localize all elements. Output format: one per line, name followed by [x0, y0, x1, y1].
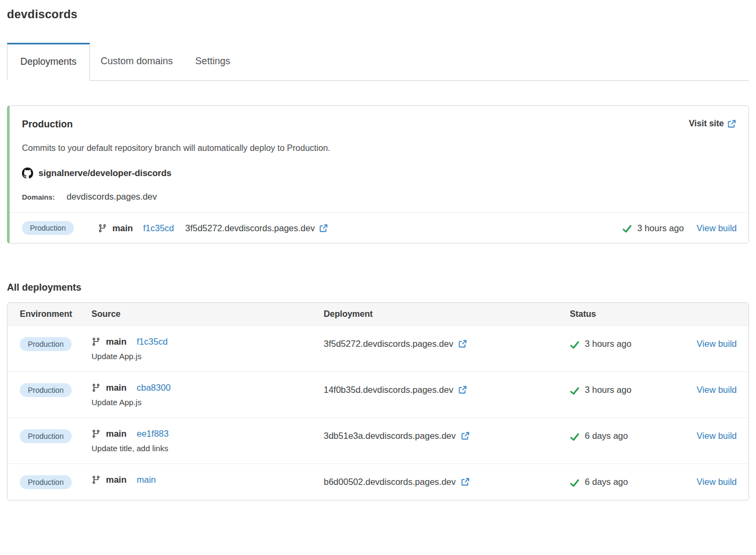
- environment-badge: Production: [20, 337, 72, 351]
- page-title: devdiscords: [7, 7, 749, 21]
- environment-badge: Production: [22, 221, 74, 235]
- tab-bar: Deployments Custom domains Settings: [7, 43, 749, 81]
- tab-settings[interactable]: Settings: [195, 43, 230, 80]
- external-link-icon[interactable]: [319, 224, 327, 232]
- deployment-url: 3f5d5272.devdiscords.pages.dev: [185, 223, 315, 233]
- deployment-url: 3f5d5272.devdiscords.pages.dev: [324, 339, 453, 349]
- status-time: 6 days ago: [585, 431, 628, 441]
- branch-name: main: [112, 223, 133, 233]
- status-time: 3 hours ago: [585, 339, 631, 349]
- table-row: Production main cba8300 Update App.js 14…: [7, 371, 749, 417]
- branch-name: main: [106, 383, 127, 393]
- view-build-link[interactable]: View build: [697, 385, 737, 394]
- production-deployment-row: Production main f1c35cd 3f5d5272.devdisc…: [10, 212, 749, 243]
- git-branch-icon: [91, 429, 101, 438]
- check-icon: [570, 386, 579, 394]
- commit-link[interactable]: ee1f883: [137, 429, 169, 439]
- commit-link[interactable]: cba8300: [137, 383, 171, 393]
- table-row: Production main main b6d00502.devdiscord…: [7, 463, 749, 500]
- table-header: Environment Source Deployment Status: [7, 303, 749, 325]
- deployment-url: 3db51e3a.devdiscords.pages.dev: [324, 431, 456, 441]
- branch-name: main: [106, 429, 127, 439]
- table-row: Production main ee1f883 Update title, ad…: [7, 417, 749, 463]
- git-branch-icon: [91, 383, 101, 392]
- deployment-url: b6d00502.devdiscords.pages.dev: [324, 477, 456, 487]
- commit-message: Update App.js: [91, 398, 324, 407]
- status-time: 6 days ago: [585, 477, 628, 487]
- branch-name: main: [106, 337, 127, 347]
- domains-label: Domains:: [22, 193, 55, 201]
- tab-custom-domains[interactable]: Custom domains: [101, 43, 173, 80]
- production-card-title: Production: [22, 119, 73, 130]
- table-row: Production main f1c35cd Update App.js 3f…: [7, 325, 749, 371]
- repo-name: signalnerve/developer-discords: [39, 168, 172, 178]
- production-card: Production Visit site Commits to your de…: [7, 105, 749, 244]
- commit-link[interactable]: main: [137, 475, 156, 485]
- status-time: 3 hours ago: [585, 385, 631, 395]
- check-icon: [570, 340, 579, 348]
- external-link-icon: [728, 120, 736, 128]
- environment-badge: Production: [20, 383, 72, 397]
- production-description: Commits to your default repository branc…: [22, 143, 736, 153]
- commit-message: Update App.js: [91, 352, 324, 361]
- check-icon: [622, 224, 632, 232]
- view-build-link[interactable]: View build: [697, 339, 737, 348]
- column-source: Source: [91, 309, 324, 319]
- git-branch-icon: [91, 475, 101, 484]
- check-icon: [570, 432, 579, 440]
- column-deployment: Deployment: [324, 309, 570, 319]
- check-icon: [570, 478, 579, 486]
- external-link-icon[interactable]: [459, 386, 467, 394]
- status-time: 3 hours ago: [637, 223, 684, 233]
- deployment-url: 14f0b35d.devdiscords.pages.dev: [324, 385, 453, 395]
- external-link-icon[interactable]: [459, 340, 467, 348]
- github-icon: [22, 168, 33, 179]
- visit-site-link[interactable]: Visit site: [689, 119, 736, 128]
- external-link-icon[interactable]: [461, 478, 469, 486]
- view-build-link[interactable]: View build: [697, 223, 737, 233]
- deployments-table: Environment Source Deployment Status Pro…: [7, 302, 749, 500]
- all-deployments-title: All deployments: [7, 282, 749, 293]
- external-link-icon[interactable]: [461, 432, 469, 440]
- branch-name: main: [106, 475, 127, 485]
- visit-site-label: Visit site: [689, 119, 724, 128]
- commit-link[interactable]: f1c35cd: [143, 223, 174, 233]
- column-environment: Environment: [20, 309, 91, 319]
- commit-message: Update title, add links: [91, 444, 324, 453]
- environment-badge: Production: [20, 475, 72, 489]
- domains-value: devdiscords.pages.dev: [67, 192, 157, 202]
- environment-badge: Production: [20, 429, 72, 443]
- view-build-link[interactable]: View build: [697, 477, 737, 486]
- commit-link[interactable]: f1c35cd: [137, 337, 168, 347]
- git-branch-icon: [91, 337, 101, 346]
- git-branch-icon: [98, 224, 107, 233]
- view-build-link[interactable]: View build: [697, 431, 737, 440]
- column-status: Status: [570, 309, 686, 319]
- tab-deployments[interactable]: Deployments: [7, 43, 90, 81]
